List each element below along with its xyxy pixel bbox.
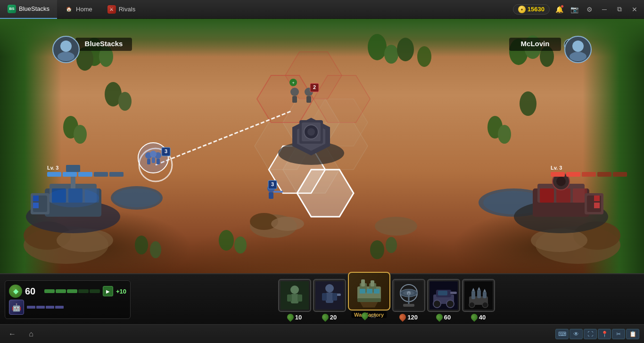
mini-seg-3: [46, 306, 54, 309]
svg-rect-78: [268, 180, 277, 189]
svg-point-91: [74, 125, 87, 144]
home-button[interactable]: ⌂: [24, 327, 39, 342]
unit-card-infantry[interactable]: 10: [278, 279, 311, 321]
keyboard-icon[interactable]: ⌨: [555, 329, 569, 339]
leaf-icon-rifleman: [321, 312, 330, 322]
svg-text:2: 2: [313, 84, 316, 90]
svg-point-101: [370, 240, 384, 259]
svg-rect-33: [66, 165, 80, 172]
battlefield-svg: 3 2 +: [0, 19, 644, 273]
unit-cost-missile: 40: [471, 314, 486, 321]
svg-rect-148: [360, 289, 365, 294]
leaf-icon-vehicle: [435, 312, 444, 322]
svg-rect-68: [292, 96, 297, 103]
camera-button[interactable]: 📷: [569, 4, 580, 15]
play-resource-button[interactable]: ▶: [103, 286, 113, 296]
unit-card-img-artillery: [392, 279, 425, 312]
unit-card-img-infantry: [278, 279, 311, 312]
bot-icon: 🤖: [9, 300, 24, 315]
unit-cost-infantry: 10: [287, 314, 302, 321]
titlebar-left: BS BlueStacks 🏠 Home ⚔ Rivals: [0, 0, 143, 19]
unit-cost-artillery: 120: [399, 314, 418, 321]
svg-point-75: [267, 185, 275, 192]
svg-point-100: [234, 237, 247, 253]
game-scene[interactable]: 3 2 +: [0, 19, 644, 273]
svg-rect-77: [273, 191, 283, 193]
svg-point-2: [57, 229, 113, 252]
svg-point-90: [63, 116, 78, 139]
cut-icon[interactable]: ✂: [612, 329, 625, 339]
svg-marker-22: [297, 170, 354, 217]
home-tab[interactable]: 🏠 Home: [57, 0, 100, 19]
forest-top: [0, 19, 644, 57]
minimize-button[interactable]: ─: [599, 4, 610, 15]
svg-rect-105: [63, 172, 77, 177]
unit-card-rifleman[interactable]: 20: [313, 279, 346, 321]
bot-icon-row: 🤖: [9, 300, 126, 315]
svg-rect-149: [367, 289, 372, 294]
bottom-hud: ◆ 60 ▶ +10 🤖: [0, 273, 644, 324]
svg-marker-20: [285, 52, 342, 99]
income-value: +10: [116, 288, 126, 295]
mini-seg-2: [36, 306, 45, 309]
unit-card-img-war-factory: War Factory: [348, 272, 390, 310]
svg-rect-146: [361, 279, 365, 286]
svg-rect-108: [109, 172, 124, 177]
fullscreen-icon[interactable]: ⛶: [584, 329, 597, 339]
eye-icon[interactable]: 👁: [570, 329, 583, 339]
restore-button[interactable]: ⧉: [614, 4, 625, 15]
unit-cost-rifleman: 20: [322, 314, 337, 321]
svg-point-97: [135, 236, 148, 254]
svg-rect-151: [357, 298, 381, 302]
back-button[interactable]: ←: [5, 327, 20, 342]
svg-point-102: [386, 237, 397, 253]
svg-rect-43: [556, 188, 570, 203]
mini-seg-1: [27, 306, 35, 309]
unit-card-vehicle[interactable]: 60: [427, 279, 460, 321]
svg-marker-21: [314, 75, 370, 122]
svg-rect-32: [71, 170, 75, 188]
svg-point-92: [105, 82, 122, 106]
svg-rect-41: [537, 184, 585, 203]
taskbar-right: ⌨ 👁 ⛶ 📍 ✂ 📋: [555, 329, 639, 339]
notifications-button[interactable]: 🔔: [553, 4, 565, 15]
svg-text:3: 3: [165, 148, 167, 154]
svg-point-58: [138, 143, 168, 173]
svg-rect-107: [94, 172, 108, 177]
svg-rect-158: [403, 304, 414, 307]
svg-point-94: [487, 116, 503, 139]
bluestacks-tab-label: BlueStacks: [19, 5, 50, 12]
unit-card-war-factory[interactable]: War Factory 40: [348, 272, 390, 319]
svg-marker-16: [255, 122, 311, 170]
forest-left: [0, 19, 61, 273]
svg-point-162: [433, 300, 441, 308]
forest-right: [583, 19, 644, 273]
svg-rect-170: [477, 290, 481, 298]
svg-marker-53: [297, 122, 325, 151]
location-icon[interactable]: 📍: [598, 329, 611, 339]
svg-point-13: [483, 191, 545, 214]
bluestacks-logo-icon: BS: [8, 5, 16, 13]
svg-point-5: [531, 229, 587, 252]
unit-card-artillery[interactable]: 120: [392, 279, 425, 321]
rivals-tab[interactable]: ⚔ Rivals: [100, 0, 143, 19]
svg-point-9: [375, 217, 417, 236]
settings-button[interactable]: ⚙: [584, 4, 595, 15]
svg-text:3: 3: [271, 181, 274, 187]
clipboard-icon[interactable]: 📋: [626, 329, 639, 339]
unit-card-missile[interactable]: 40: [462, 279, 495, 321]
svg-rect-42: [540, 188, 554, 203]
res-bar-1: [44, 289, 55, 293]
close-button[interactable]: ✕: [629, 4, 640, 15]
res-bar-5: [90, 289, 100, 293]
svg-point-96: [520, 91, 537, 116]
svg-rect-111: [566, 172, 580, 177]
svg-point-163: [446, 300, 454, 308]
bluestacks-tab[interactable]: BS BlueStacks: [0, 0, 57, 19]
svg-rect-135: [297, 294, 302, 302]
coin-icon: ●: [518, 6, 526, 13]
svg-point-132: [290, 286, 299, 294]
svg-rect-110: [551, 172, 565, 177]
resource-bar: [44, 289, 100, 293]
game-area: 3 2 +: [0, 19, 644, 324]
